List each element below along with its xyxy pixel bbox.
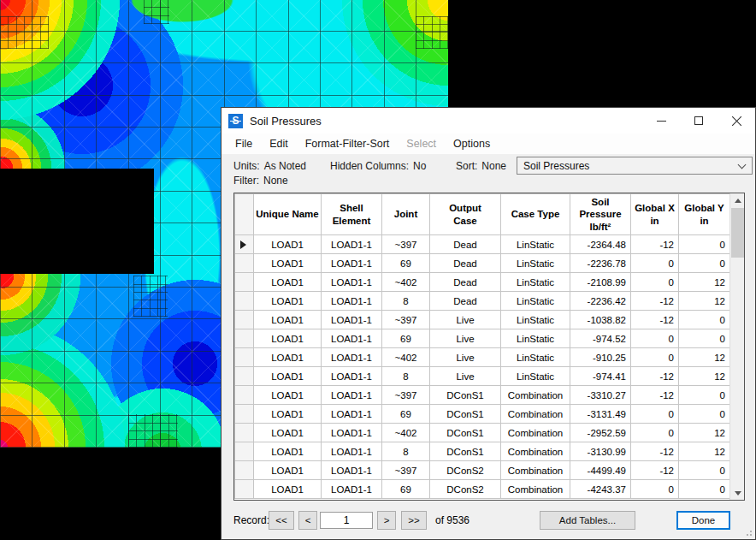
table-cell[interactable]: LOAD1-1 [322, 442, 382, 461]
table-cell[interactable]: ~397 [382, 386, 430, 405]
record-number-input[interactable] [320, 512, 373, 529]
table-cell[interactable]: -12 [631, 235, 679, 254]
column-header[interactable]: Case Type [501, 194, 570, 235]
table-cell[interactable]: Combination [501, 480, 570, 499]
table-cell[interactable]: LOAD1-1 [322, 235, 382, 254]
table-cell[interactable]: LOAD1-1 [322, 292, 382, 311]
table-cell[interactable]: LinStatic [501, 235, 570, 254]
table-cell[interactable]: -1038.82 [570, 311, 631, 329]
row-selector-cell[interactable] [235, 348, 254, 367]
row-selector-cell[interactable] [235, 292, 254, 311]
table-cell[interactable]: LOAD1-1 [322, 273, 382, 292]
table-cell[interactable]: 69 [382, 329, 430, 348]
table-cell[interactable]: 0 [631, 480, 679, 499]
table-cell[interactable]: -3310.27 [570, 386, 631, 405]
table-row[interactable]: LOAD1LOAD1-169DConS2Combination-4243.370… [235, 480, 730, 499]
table-cell[interactable]: -12 [631, 386, 679, 405]
table-cell[interactable]: 12 [679, 367, 730, 386]
table-cell[interactable]: LOAD1 [254, 235, 322, 254]
table-cell[interactable]: 12 [679, 424, 730, 442]
menu-edit[interactable]: Edit [261, 135, 297, 152]
table-cell[interactable]: LinStatic [501, 292, 570, 311]
table-cell[interactable]: LinStatic [501, 311, 570, 329]
table-cell[interactable]: -974.52 [570, 329, 631, 348]
table-row[interactable]: LOAD1LOAD1-18DConS1Combination-3130.99-1… [235, 442, 730, 461]
row-selector-cell[interactable] [235, 367, 254, 386]
close-button[interactable] [718, 108, 755, 134]
table-cell[interactable]: LOAD1 [254, 367, 322, 386]
table-cell[interactable]: LOAD1 [254, 461, 322, 480]
table-row[interactable]: LOAD1LOAD1-1~397DConS2Combination-4499.4… [235, 461, 730, 480]
table-cell[interactable]: 0 [631, 254, 679, 273]
table-cell[interactable]: Live [430, 367, 501, 386]
column-header[interactable]: Shell Element [322, 194, 382, 235]
table-cell[interactable]: Live [430, 348, 501, 367]
table-cell[interactable]: ~402 [382, 424, 430, 442]
table-cell[interactable]: LOAD1 [254, 386, 322, 405]
table-cell[interactable]: Combination [501, 424, 570, 442]
column-header[interactable]: Global X in [631, 194, 679, 235]
table-cell[interactable]: LinStatic [501, 254, 570, 273]
table-cell[interactable]: LOAD1 [254, 329, 322, 348]
table-cell[interactable]: Combination [501, 386, 570, 405]
table-cell[interactable]: 12 [679, 442, 730, 461]
table-cell[interactable]: -910.25 [570, 348, 631, 367]
table-cell[interactable]: Combination [501, 442, 570, 461]
vertical-scrollbar[interactable] [729, 193, 744, 500]
table-cell[interactable]: LinStatic [501, 273, 570, 292]
table-cell[interactable]: LOAD1-1 [322, 461, 382, 480]
table-cell[interactable]: DConS1 [430, 424, 501, 442]
row-selector-cell[interactable] [235, 424, 254, 442]
table-cell[interactable]: 8 [382, 442, 430, 461]
table-cell[interactable]: 69 [382, 254, 430, 273]
table-cell[interactable]: -3131.49 [570, 405, 631, 424]
table-row[interactable]: LOAD1LOAD1-169LiveLinStatic-974.5200 [235, 329, 730, 348]
table-cell[interactable]: LOAD1 [254, 424, 322, 442]
table-cell[interactable]: 0 [679, 329, 730, 348]
row-selector-cell[interactable] [235, 254, 254, 273]
table-row[interactable]: LOAD1LOAD1-1~397DeadLinStatic-2364.48-12… [235, 235, 730, 254]
row-selector-cell[interactable] [235, 273, 254, 292]
table-cell[interactable]: LOAD1-1 [322, 367, 382, 386]
table-cell[interactable]: ~397 [382, 461, 430, 480]
column-header[interactable]: Soil Pressure lb/ft² [570, 194, 631, 235]
row-selector-cell[interactable] [235, 461, 254, 480]
table-cell[interactable]: -2236.42 [570, 292, 631, 311]
table-cell[interactable]: LOAD1-1 [322, 405, 382, 424]
table-row[interactable]: LOAD1LOAD1-1~397LiveLinStatic-1038.82-12… [235, 311, 730, 329]
table-row[interactable]: LOAD1LOAD1-18LiveLinStatic-974.41-1212 [235, 367, 730, 386]
table-cell[interactable]: Dead [430, 235, 501, 254]
table-cell[interactable]: LOAD1 [254, 405, 322, 424]
row-selector-cell[interactable] [235, 405, 254, 424]
done-button[interactable]: Done [676, 511, 730, 530]
row-selector-cell[interactable] [235, 442, 254, 461]
menu-format-filter-sort[interactable]: Format-Filter-Sort [297, 135, 399, 152]
table-cell[interactable]: LOAD1 [254, 273, 322, 292]
record-next-button[interactable]: > [377, 511, 396, 530]
table-cell[interactable]: LOAD1-1 [322, 329, 382, 348]
table-cell[interactable]: LOAD1 [254, 348, 322, 367]
table-row[interactable]: LOAD1LOAD1-18DeadLinStatic-2236.42-1212 [235, 292, 730, 311]
table-cell[interactable]: ~397 [382, 235, 430, 254]
minimize-button[interactable] [642, 108, 680, 134]
table-cell[interactable]: 0 [679, 480, 730, 499]
table-cell[interactable]: 0 [679, 386, 730, 405]
table-cell[interactable]: 0 [679, 254, 730, 273]
table-row[interactable]: LOAD1LOAD1-1~397DConS1Combination-3310.2… [235, 386, 730, 405]
table-row[interactable]: LOAD1LOAD1-1~402DeadLinStatic-2108.99012 [235, 273, 730, 292]
row-selector-cell[interactable] [235, 311, 254, 329]
table-cell[interactable]: LOAD1-1 [322, 386, 382, 405]
table-select-dropdown[interactable]: Soil Pressures [517, 157, 753, 175]
table-cell[interactable]: -12 [631, 442, 679, 461]
add-tables-button[interactable]: Add Tables... [540, 511, 635, 530]
record-previous-button[interactable]: < [298, 511, 317, 530]
table-cell[interactable]: LinStatic [501, 348, 570, 367]
row-selector-cell[interactable] [235, 386, 254, 405]
menu-file[interactable]: File [227, 135, 261, 152]
table-cell[interactable]: LinStatic [501, 329, 570, 348]
table-cell[interactable]: LOAD1-1 [322, 311, 382, 329]
table-cell[interactable]: DConS1 [430, 386, 501, 405]
table-cell[interactable]: LinStatic [501, 367, 570, 386]
table-cell[interactable]: Live [430, 311, 501, 329]
table-cell[interactable]: LOAD1 [254, 292, 322, 311]
